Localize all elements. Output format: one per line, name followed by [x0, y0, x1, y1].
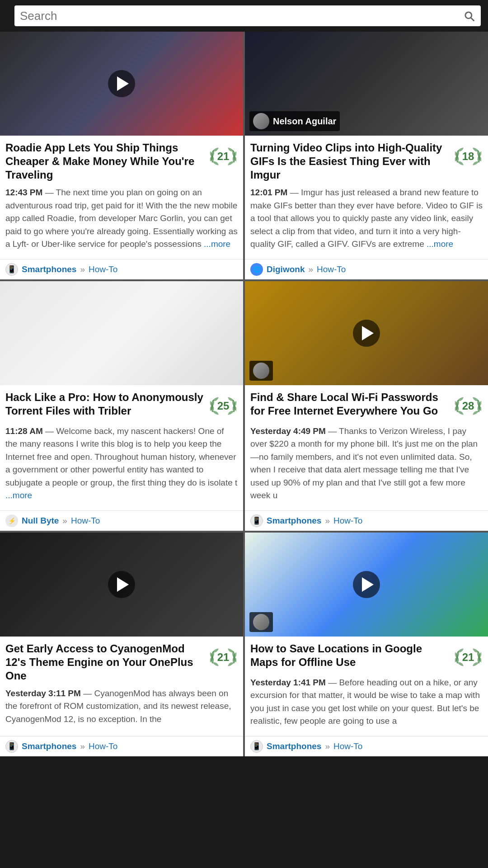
score-badge: 21 — [209, 643, 238, 672]
card-timestamp: 12:01 PM — [250, 188, 287, 197]
footer-sep: » — [80, 741, 85, 751]
search-input[interactable] — [20, 9, 459, 23]
play-button[interactable] — [353, 571, 380, 598]
play-icon — [117, 577, 129, 592]
card-title-row: How to Save Locations in Google Maps for… — [250, 642, 483, 672]
search-bar[interactable] — [14, 5, 481, 26]
card-meta: Yesterday 3:11 PM — CyanogenMod has alwa… — [5, 687, 238, 728]
author-badge — [249, 612, 273, 632]
card-footer: 📱 Smartphones » How-To — [0, 736, 243, 756]
card-body: Turning Video Clips into High-Quality GI… — [245, 136, 488, 259]
score-number: 25 — [217, 400, 230, 412]
read-more-link[interactable]: ...more — [5, 491, 32, 500]
score-number: 21 — [217, 150, 230, 163]
card-title[interactable]: How to Save Locations in Google Maps for… — [250, 642, 450, 669]
card-imgur[interactable]: Nelson Aguilar Turning Video Clips into … — [245, 32, 488, 279]
card-meta: 12:01 PM — Imgur has just released a bra… — [250, 186, 483, 251]
card-title[interactable]: Roadie App Lets You Ship Things Cheaper … — [5, 141, 205, 182]
score-badge: 18 — [454, 142, 483, 171]
card-footer: 📱 Smartphones » How-To — [0, 259, 243, 279]
card-title-row: Turning Video Clips into High-Quality GI… — [250, 141, 483, 182]
card-footer: 📱 Smartphones » How-To — [245, 736, 488, 756]
score-wreath: 21 — [209, 643, 238, 672]
score-wreath: 18 — [454, 142, 483, 171]
footer-category[interactable]: Digiwonk — [267, 264, 305, 274]
footer-sep: » — [80, 264, 85, 274]
card-image — [0, 533, 243, 637]
score-wreath: 25 — [209, 392, 238, 420]
footer-subcategory[interactable]: How-To — [333, 741, 362, 751]
footer-category[interactable]: Smartphones — [22, 264, 76, 274]
play-button[interactable] — [108, 571, 135, 598]
category-icon: 📱 — [250, 514, 263, 527]
card-timestamp: Yesterday 3:11 PM — [5, 689, 81, 698]
footer-subcategory[interactable]: How-To — [317, 264, 346, 274]
card-title-row: Roadie App Lets You Ship Things Cheaper … — [5, 141, 238, 182]
thumb-decoration — [0, 281, 243, 385]
footer-subcategory[interactable]: How-To — [333, 516, 362, 526]
score-number: 21 — [462, 651, 474, 664]
card-timestamp: Yesterday 4:49 PM — [250, 426, 326, 436]
card-roadie[interactable]: Roadie App Lets You Ship Things Cheaper … — [0, 32, 243, 279]
card-body: Find & Share Local Wi-Fi Passwords for F… — [245, 385, 488, 510]
footer-category[interactable]: Smartphones — [22, 741, 76, 751]
footer-sep: » — [325, 516, 330, 526]
card-title-row: Hack Like a Pro: How to Anonymously Torr… — [5, 391, 238, 420]
footer-subcategory[interactable]: How-To — [89, 741, 117, 751]
card-meta: Yesterday 1:41 PM — Before heading out o… — [250, 676, 483, 728]
card-timestamp: 12:43 PM — [5, 188, 42, 197]
card-footer: 📱 Smartphones » How-To — [245, 510, 488, 531]
article-grid: Roadie App Lets You Ship Things Cheaper … — [0, 32, 488, 756]
card-title[interactable]: Find & Share Local Wi-Fi Passwords for F… — [250, 391, 450, 418]
score-number: 18 — [462, 150, 474, 163]
card-wifi[interactable]: Find & Share Local Wi-Fi Passwords for F… — [245, 281, 488, 531]
card-title[interactable]: Hack Like a Pro: How to Anonymously Torr… — [5, 391, 205, 418]
search-icon — [463, 9, 475, 22]
play-button[interactable] — [353, 320, 380, 347]
card-title[interactable]: Turning Video Clips into High-Quality GI… — [250, 141, 450, 182]
avatar — [253, 113, 269, 129]
footer-sep: » — [308, 264, 313, 274]
card-image: Nelson Aguilar — [245, 32, 488, 136]
score-badge: 21 — [209, 142, 238, 171]
card-body: Hack Like a Pro: How to Anonymously Torr… — [0, 385, 243, 510]
card-body: How to Save Locations in Google Maps for… — [245, 637, 488, 736]
card-tribler[interactable]: Hack Like a Pro: How to Anonymously Torr… — [0, 281, 243, 531]
card-image — [0, 32, 243, 136]
card-cyanogen[interactable]: Get Early Access to CyanogenMod 12's The… — [0, 533, 243, 756]
read-more-link[interactable]: ...more — [204, 239, 230, 249]
card-meta: 11:28 AM — Welcome back, my nascent hack… — [5, 425, 238, 502]
read-more-link[interactable]: ...more — [427, 239, 453, 249]
author-name: Nelson Aguilar — [273, 116, 336, 127]
category-icon: 📱 — [5, 740, 18, 753]
category-icon: ⚡ — [5, 514, 18, 527]
score-number: 28 — [462, 400, 474, 412]
play-icon — [117, 76, 129, 91]
card-meta: Yesterday 4:49 PM — Thanks to Verizon Wi… — [250, 425, 483, 502]
card-title[interactable]: Get Early Access to CyanogenMod 12's The… — [5, 642, 205, 683]
card-timestamp: Yesterday 1:41 PM — [250, 678, 326, 687]
footer-subcategory[interactable]: How-To — [71, 516, 100, 526]
score-number: 21 — [217, 651, 230, 664]
category-icon: 🌐 — [250, 263, 263, 276]
score-badge: 21 — [454, 643, 483, 672]
footer-sep: » — [325, 741, 330, 751]
footer-category[interactable]: Smartphones — [267, 741, 321, 751]
category-icon: 📱 — [250, 740, 263, 753]
card-title-row: Get Early Access to CyanogenMod 12's The… — [5, 642, 238, 683]
card-body: Roadie App Lets You Ship Things Cheaper … — [0, 136, 243, 259]
avatar — [253, 363, 269, 379]
footer-subcategory[interactable]: How-To — [89, 264, 117, 274]
category-icon: 📱 — [5, 263, 18, 276]
card-image — [0, 281, 243, 385]
score-badge: 28 — [454, 392, 483, 420]
card-googlemaps[interactable]: How to Save Locations in Google Maps for… — [245, 533, 488, 756]
footer-category[interactable]: Null Byte — [22, 516, 59, 526]
score-wreath: 28 — [454, 392, 483, 420]
footer-category[interactable]: Smartphones — [267, 516, 321, 526]
avatar — [253, 614, 269, 630]
card-footer: ⚡ Null Byte » How-To — [0, 510, 243, 531]
author-badge: Nelson Aguilar — [249, 111, 340, 131]
play-button[interactable] — [108, 70, 135, 97]
card-image — [245, 533, 488, 637]
